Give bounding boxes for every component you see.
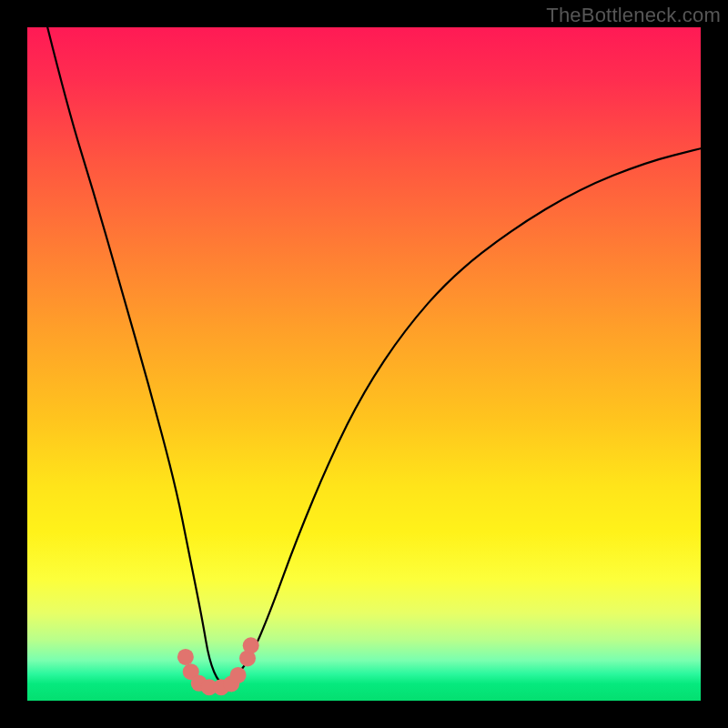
plot-area (27, 27, 701, 701)
curve-marker (230, 667, 247, 683)
bottleneck-curve (27, 27, 701, 701)
chart-frame: TheBottleneck.com (0, 0, 728, 728)
watermark-text: TheBottleneck.com (546, 4, 721, 27)
curve-marker (177, 649, 194, 665)
curve-marker (243, 637, 259, 653)
